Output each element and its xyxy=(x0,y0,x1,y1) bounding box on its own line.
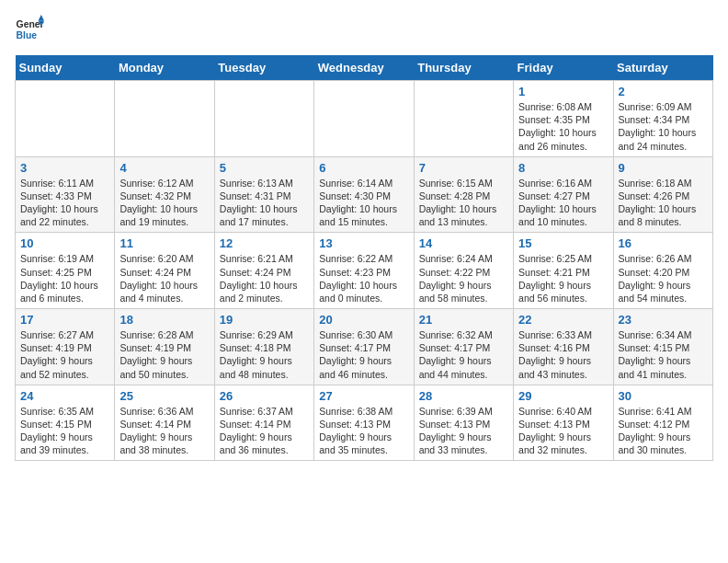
calendar-cell: 6Sunrise: 6:14 AMSunset: 4:30 PMDaylight… xyxy=(314,156,414,233)
day-number: 12 xyxy=(220,236,309,250)
day-info: Sunrise: 6:25 AMSunset: 4:21 PMDaylight:… xyxy=(518,252,608,304)
calendar-cell: 22Sunrise: 6:33 AMSunset: 4:16 PMDayligh… xyxy=(514,309,613,385)
day-number: 24 xyxy=(20,389,109,403)
day-number: 8 xyxy=(518,161,608,175)
calendar-cell: 7Sunrise: 6:15 AMSunset: 4:28 PMDaylight… xyxy=(414,156,513,233)
day-number: 9 xyxy=(619,161,708,175)
day-info: Sunrise: 6:11 AMSunset: 4:33 PMDaylight:… xyxy=(20,177,109,229)
day-info: Sunrise: 6:38 AMSunset: 4:13 PMDaylight:… xyxy=(319,405,408,457)
day-number: 29 xyxy=(518,389,608,403)
calendar-cell: 9Sunrise: 6:18 AMSunset: 4:26 PMDaylight… xyxy=(613,156,712,233)
calendar-header: SundayMondayTuesdayWednesdayThursdayFrid… xyxy=(16,55,713,81)
dow-header: Friday xyxy=(514,55,613,81)
day-number: 7 xyxy=(419,161,508,175)
day-number: 11 xyxy=(119,236,209,250)
day-number: 19 xyxy=(220,313,309,327)
day-info: Sunrise: 6:32 AMSunset: 4:17 PMDaylight:… xyxy=(419,328,508,381)
svg-marker-2 xyxy=(39,15,44,20)
day-number: 23 xyxy=(619,313,708,327)
day-number: 2 xyxy=(619,85,708,98)
day-number: 1 xyxy=(518,85,608,98)
calendar-cell: 8Sunrise: 6:16 AMSunset: 4:27 PMDaylight… xyxy=(514,156,613,233)
day-info: Sunrise: 6:34 AMSunset: 4:15 PMDaylight:… xyxy=(619,328,708,381)
dow-header: Sunday xyxy=(16,55,115,81)
day-info: Sunrise: 6:41 AMSunset: 4:12 PMDaylight:… xyxy=(619,405,708,457)
day-number: 14 xyxy=(419,236,508,250)
day-number: 15 xyxy=(518,236,608,250)
day-info: Sunrise: 6:22 AMSunset: 4:23 PMDaylight:… xyxy=(319,252,408,304)
dow-header: Thursday xyxy=(414,55,513,81)
calendar-cell: 14Sunrise: 6:24 AMSunset: 4:22 PMDayligh… xyxy=(414,233,513,309)
calendar-cell: 19Sunrise: 6:29 AMSunset: 4:18 PMDayligh… xyxy=(214,309,313,385)
day-info: Sunrise: 6:40 AMSunset: 4:13 PMDaylight:… xyxy=(518,405,608,457)
dow-header: Saturday xyxy=(613,55,712,81)
day-info: Sunrise: 6:16 AMSunset: 4:27 PMDaylight:… xyxy=(518,177,608,229)
page-header: General Blue xyxy=(15,15,713,44)
day-info: Sunrise: 6:09 AMSunset: 4:34 PMDaylight:… xyxy=(619,100,708,153)
calendar-cell: 18Sunrise: 6:28 AMSunset: 4:19 PMDayligh… xyxy=(115,309,214,385)
day-info: Sunrise: 6:36 AMSunset: 4:14 PMDaylight:… xyxy=(119,405,209,457)
day-number: 3 xyxy=(20,161,109,175)
day-info: Sunrise: 6:19 AMSunset: 4:25 PMDaylight:… xyxy=(20,252,109,304)
day-number: 16 xyxy=(619,236,708,250)
day-number: 28 xyxy=(419,389,508,403)
day-info: Sunrise: 6:37 AMSunset: 4:14 PMDaylight:… xyxy=(220,405,309,457)
dow-header: Tuesday xyxy=(214,55,313,81)
calendar-cell: 2Sunrise: 6:09 AMSunset: 4:34 PMDaylight… xyxy=(613,81,712,157)
calendar-cell: 13Sunrise: 6:22 AMSunset: 4:23 PMDayligh… xyxy=(314,233,414,309)
calendar-cell: 11Sunrise: 6:20 AMSunset: 4:24 PMDayligh… xyxy=(115,233,214,309)
day-number: 13 xyxy=(319,236,408,250)
calendar-cell xyxy=(414,81,513,157)
day-info: Sunrise: 6:28 AMSunset: 4:19 PMDaylight:… xyxy=(119,328,209,381)
day-number: 5 xyxy=(220,161,309,175)
day-number: 10 xyxy=(20,236,109,250)
day-info: Sunrise: 6:20 AMSunset: 4:24 PMDaylight:… xyxy=(119,252,209,304)
day-info: Sunrise: 6:39 AMSunset: 4:13 PMDaylight:… xyxy=(419,405,508,457)
calendar-cell: 29Sunrise: 6:40 AMSunset: 4:13 PMDayligh… xyxy=(514,385,613,461)
calendar-cell: 21Sunrise: 6:32 AMSunset: 4:17 PMDayligh… xyxy=(414,309,513,385)
calendar-cell xyxy=(115,81,214,157)
dow-header: Monday xyxy=(115,55,214,81)
calendar-table: SundayMondayTuesdayWednesdayThursdayFrid… xyxy=(15,55,713,461)
calendar-cell: 17Sunrise: 6:27 AMSunset: 4:19 PMDayligh… xyxy=(16,309,115,385)
calendar-cell: 16Sunrise: 6:26 AMSunset: 4:20 PMDayligh… xyxy=(613,233,712,309)
calendar-cell: 15Sunrise: 6:25 AMSunset: 4:21 PMDayligh… xyxy=(514,233,613,309)
day-info: Sunrise: 6:26 AMSunset: 4:20 PMDaylight:… xyxy=(619,252,708,304)
day-number: 4 xyxy=(119,161,209,175)
calendar-cell: 23Sunrise: 6:34 AMSunset: 4:15 PMDayligh… xyxy=(613,309,712,385)
day-info: Sunrise: 6:13 AMSunset: 4:31 PMDaylight:… xyxy=(220,177,309,229)
calendar-cell: 26Sunrise: 6:37 AMSunset: 4:14 PMDayligh… xyxy=(214,385,313,461)
day-info: Sunrise: 6:35 AMSunset: 4:15 PMDaylight:… xyxy=(20,405,109,457)
day-info: Sunrise: 6:14 AMSunset: 4:30 PMDaylight:… xyxy=(319,177,408,229)
day-info: Sunrise: 6:21 AMSunset: 4:24 PMDaylight:… xyxy=(220,252,309,304)
day-number: 22 xyxy=(518,313,608,327)
calendar-cell: 4Sunrise: 6:12 AMSunset: 4:32 PMDaylight… xyxy=(115,156,214,233)
day-number: 30 xyxy=(619,389,708,403)
calendar-cell: 20Sunrise: 6:30 AMSunset: 4:17 PMDayligh… xyxy=(314,309,414,385)
day-info: Sunrise: 6:29 AMSunset: 4:18 PMDaylight:… xyxy=(220,328,309,381)
logo: General Blue xyxy=(15,15,48,44)
calendar-cell: 1Sunrise: 6:08 AMSunset: 4:35 PMDaylight… xyxy=(514,81,613,157)
calendar-cell: 25Sunrise: 6:36 AMSunset: 4:14 PMDayligh… xyxy=(115,385,214,461)
day-number: 6 xyxy=(319,161,408,175)
day-info: Sunrise: 6:30 AMSunset: 4:17 PMDaylight:… xyxy=(319,328,408,381)
day-info: Sunrise: 6:12 AMSunset: 4:32 PMDaylight:… xyxy=(119,177,209,229)
svg-text:Blue: Blue xyxy=(17,30,38,40)
calendar-cell: 5Sunrise: 6:13 AMSunset: 4:31 PMDaylight… xyxy=(214,156,313,233)
day-info: Sunrise: 6:27 AMSunset: 4:19 PMDaylight:… xyxy=(20,328,109,381)
calendar-cell: 3Sunrise: 6:11 AMSunset: 4:33 PMDaylight… xyxy=(16,156,115,233)
day-info: Sunrise: 6:15 AMSunset: 4:28 PMDaylight:… xyxy=(419,177,508,229)
day-number: 26 xyxy=(220,389,309,403)
day-number: 17 xyxy=(20,313,109,327)
calendar-cell: 12Sunrise: 6:21 AMSunset: 4:24 PMDayligh… xyxy=(214,233,313,309)
calendar-cell xyxy=(314,81,414,157)
calendar-cell: 30Sunrise: 6:41 AMSunset: 4:12 PMDayligh… xyxy=(613,385,712,461)
day-number: 27 xyxy=(319,389,408,403)
day-info: Sunrise: 6:08 AMSunset: 4:35 PMDaylight:… xyxy=(518,100,608,153)
calendar-cell: 27Sunrise: 6:38 AMSunset: 4:13 PMDayligh… xyxy=(314,385,414,461)
calendar-cell: 28Sunrise: 6:39 AMSunset: 4:13 PMDayligh… xyxy=(414,385,513,461)
calendar-cell: 10Sunrise: 6:19 AMSunset: 4:25 PMDayligh… xyxy=(16,233,115,309)
day-info: Sunrise: 6:33 AMSunset: 4:16 PMDaylight:… xyxy=(518,328,608,381)
dow-header: Wednesday xyxy=(314,55,414,81)
calendar-cell: 24Sunrise: 6:35 AMSunset: 4:15 PMDayligh… xyxy=(16,385,115,461)
